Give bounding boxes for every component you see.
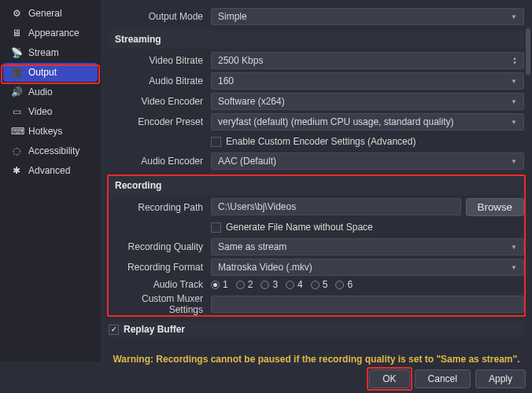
accessibility-icon: ◌: [11, 145, 22, 156]
recording-quality-label: Recording Quality: [109, 241, 211, 252]
video-bitrate-label: Video Bitrate: [109, 55, 211, 66]
radio-label: 3: [272, 279, 278, 290]
chevron-down-icon: ▼: [511, 158, 517, 165]
radio-label: 6: [347, 279, 353, 290]
video-encoder-label: Video Encoder: [109, 96, 211, 107]
chevron-down-icon: ▼: [511, 98, 517, 105]
sidebar-item-general[interactable]: ⚙ General: [3, 4, 98, 23]
video-encoder-select[interactable]: Software (x264) ▼: [211, 93, 524, 110]
sidebar-item-hotkeys[interactable]: ⌨ Hotkeys: [3, 122, 98, 141]
encoder-preset-select[interactable]: veryfast (default) (medium CPU usage, st…: [211, 113, 524, 130]
sidebar-item-label: General: [28, 8, 62, 19]
select-value: Simple: [218, 11, 247, 22]
sidebar-item-label: Stream: [28, 47, 59, 58]
checkbox-label: Enable Custom Encoder Settings (Advanced…: [226, 136, 416, 147]
replay-buffer-label: Replay Buffer: [124, 324, 185, 335]
radio-label: 4: [297, 279, 303, 290]
cancel-button[interactable]: Cancel: [415, 369, 471, 388]
output-mode-label: Output Mode: [109, 11, 211, 22]
sidebar-item-label: Video: [28, 106, 52, 117]
audio-track-radio-1[interactable]: [211, 281, 220, 289]
audio-track-group: 1 2 3 4 5 6: [211, 279, 524, 290]
chevron-down-icon: ▼: [511, 119, 517, 126]
replay-buffer-checkbox[interactable]: ✓: [109, 325, 119, 335]
chevron-down-icon: ▼: [511, 264, 517, 271]
audio-bitrate-label: Audio Bitrate: [109, 75, 211, 86]
audio-encoder-select[interactable]: AAC (Default) ▼: [211, 152, 524, 170]
audio-track-radio-6[interactable]: [335, 281, 344, 289]
recording-path-input[interactable]: [211, 198, 461, 215]
warning-text: Warning: Recordings cannot be paused if …: [109, 354, 524, 365]
sidebar-item-advanced[interactable]: ✱ Advanced: [3, 161, 98, 180]
audio-encoder-label: Audio Encoder: [109, 156, 211, 167]
encoder-preset-label: Encoder Preset: [109, 116, 211, 127]
custom-muxer-label: Custom Muxer Settings: [109, 293, 211, 315]
sidebar-item-label: Appearance: [28, 28, 79, 39]
tools-icon: ✱: [11, 165, 22, 176]
audio-bitrate-select[interactable]: 160 ▼: [211, 72, 524, 90]
sidebar-item-video[interactable]: ▭ Video: [3, 102, 98, 121]
recording-format-label: Recording Format: [109, 262, 211, 273]
recording-header: Recording: [109, 176, 524, 195]
select-value: Software (x264): [218, 96, 285, 107]
ok-button[interactable]: OK: [369, 369, 409, 388]
enable-custom-encoder-checkbox[interactable]: [211, 137, 221, 147]
chevron-down-icon: ▼: [511, 13, 517, 20]
antenna-icon: 📡: [11, 47, 22, 58]
checkbox-label: Generate File Name without Space: [226, 222, 373, 233]
sidebar-item-label: Hotkeys: [28, 126, 62, 137]
sidebar-item-audio[interactable]: 🔊 Audio: [3, 83, 98, 101]
vertical-scrollbar[interactable]: [526, 28, 530, 75]
video-bitrate-input[interactable]: 2500 Kbps ▲▼: [211, 52, 524, 69]
recording-format-select[interactable]: Matroska Video (.mkv) ▼: [211, 259, 524, 276]
audio-track-radio-4[interactable]: [286, 281, 294, 289]
sidebar-item-appearance[interactable]: 🖥 Appearance: [3, 24, 98, 42]
recording-quality-select[interactable]: Same as stream ▼: [211, 238, 524, 255]
video-icon: ▭: [11, 106, 22, 117]
select-value: AAC (Default): [218, 156, 276, 167]
camera-icon: 🎥: [11, 67, 22, 78]
radio-label: 2: [248, 279, 253, 290]
sidebar-item-output[interactable]: 🎥 Output: [3, 63, 98, 82]
sidebar-item-stream[interactable]: 📡 Stream: [3, 43, 98, 62]
input-value: 2500 Kbps: [218, 55, 263, 66]
generate-filename-checkbox[interactable]: [211, 222, 221, 233]
replay-buffer-row[interactable]: ✓ Replay Buffer: [109, 321, 524, 337]
chevron-down-icon: ▼: [511, 244, 517, 251]
select-value: Same as stream: [218, 241, 286, 252]
settings-content: Output Mode Simple ▼ Streaming Video Bit…: [101, 0, 532, 362]
sidebar-item-label: Output: [28, 67, 57, 78]
audio-track-radio-3[interactable]: [260, 281, 269, 289]
audio-track-radio-2[interactable]: [236, 281, 245, 289]
apply-button[interactable]: Apply: [475, 369, 526, 388]
settings-sidebar: ⚙ General 🖥 Appearance 📡 Stream 🎥 Output…: [0, 0, 101, 362]
radio-label: 1: [223, 279, 228, 290]
chevron-down-icon: ▼: [511, 78, 517, 85]
output-mode-select[interactable]: Simple ▼: [211, 8, 524, 25]
select-value: 160: [218, 75, 234, 86]
keyboard-icon: ⌨: [11, 126, 22, 137]
gear-icon: ⚙: [11, 8, 22, 19]
radio-label: 5: [323, 279, 328, 290]
custom-muxer-input[interactable]: [211, 296, 524, 313]
streaming-header: Streaming: [109, 30, 524, 49]
audio-track-label: Audio Track: [109, 279, 211, 290]
recording-path-label: Recording Path: [109, 202, 211, 213]
audio-track-radio-5[interactable]: [311, 281, 320, 289]
speaker-icon: 🔊: [11, 86, 22, 97]
select-value: veryfast (default) (medium CPU usage, st…: [218, 116, 453, 127]
sidebar-item-label: Accessibility: [28, 145, 79, 156]
spinner-control[interactable]: ▲▼: [512, 56, 517, 65]
sidebar-item-accessibility[interactable]: ◌ Accessibility: [3, 141, 98, 160]
browse-button[interactable]: Browse: [466, 198, 524, 216]
select-value: Matroska Video (.mkv): [218, 262, 312, 273]
sidebar-item-label: Advanced: [28, 165, 70, 176]
monitor-icon: 🖥: [11, 28, 22, 39]
sidebar-item-label: Audio: [28, 86, 53, 97]
dialog-footer: OK Cancel Apply: [369, 369, 526, 388]
